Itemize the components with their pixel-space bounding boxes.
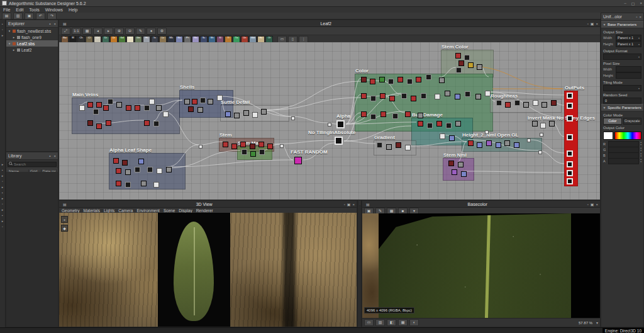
graph-node[interactable] (449, 135, 455, 141)
back-icon[interactable]: ◂ (93, 28, 103, 35)
graph-node[interactable] (166, 167, 172, 172)
graph-node[interactable] (122, 160, 128, 166)
library-list[interactable] (6, 172, 58, 327)
stepper-icon[interactable]: ▴▾ (640, 147, 641, 152)
float-icon[interactable]: ▣ (347, 203, 351, 206)
color-picker-icon[interactable]: ● (147, 28, 156, 35)
graph-node[interactable] (505, 102, 511, 108)
stepper-icon[interactable]: ▴▾ (640, 142, 641, 146)
tree-item[interactable]: ▾Leaf2.sbs (6, 40, 58, 47)
graph-node[interactable] (231, 144, 237, 149)
graph-node[interactable] (567, 170, 573, 176)
layout-icon[interactable]: ▤ (63, 22, 67, 26)
view2d-viewport[interactable]: 4096 x 4096 (RGBA, 8bpc) (362, 213, 600, 319)
graph-node[interactable] (280, 144, 284, 148)
category-icon[interactable]: ▸ (2, 220, 4, 223)
close-icon[interactable]: × (53, 22, 56, 26)
graph-node[interactable] (458, 60, 464, 66)
graph-node[interactable] (87, 120, 93, 126)
graph-node[interactable] (405, 111, 411, 117)
graph-node[interactable] (401, 93, 407, 99)
graph-node[interactable] (79, 105, 85, 111)
graph-node[interactable] (87, 102, 93, 108)
graph-node[interactable] (370, 79, 375, 84)
float-icon[interactable]: ▣ (591, 22, 594, 26)
graph-node[interactable] (416, 77, 421, 82)
dock-icon[interactable]: ▪ (2, 23, 3, 26)
graph-node[interactable] (427, 123, 433, 128)
category-icon[interactable]: ▸ (2, 174, 4, 178)
category-icon[interactable]: ▪ (2, 191, 3, 195)
graph-node[interactable] (380, 111, 386, 117)
category-icon[interactable]: ▫ (2, 180, 3, 183)
maximize-icon[interactable]: ▢ (631, 1, 635, 6)
graph-node[interactable] (514, 100, 520, 106)
close-icon[interactable]: × (596, 22, 598, 26)
graph-node[interactable] (468, 140, 474, 146)
output-format-dropdown[interactable]: ▾ (603, 54, 641, 60)
graph-node[interactable] (96, 123, 102, 129)
graph-node[interactable] (135, 167, 140, 172)
undock-icon[interactable]: ▫ (587, 203, 589, 206)
zoom-level[interactable]: 57.87 % (579, 321, 592, 325)
fit-icon[interactable]: ⤢ (61, 28, 70, 35)
graph-node[interactable] (446, 123, 452, 128)
graph-node[interactable] (461, 171, 467, 177)
graph-node[interactable] (377, 142, 382, 148)
forward-icon[interactable]: ▸ (104, 28, 113, 35)
category-icon[interactable]: ▪ (2, 169, 3, 172)
close-icon[interactable]: × (596, 203, 598, 206)
graph-node[interactable] (184, 99, 190, 104)
category-icon[interactable]: ▫ (2, 203, 3, 206)
graph-node[interactable] (527, 138, 531, 142)
color-mode-grayscale-button[interactable]: Grayscale (623, 118, 642, 125)
tools-icon[interactable]: ▸ (2, 34, 4, 37)
graph-node[interactable] (485, 91, 491, 96)
graph-node[interactable] (328, 123, 331, 127)
graph-node[interactable] (475, 94, 481, 99)
graph-node[interactable] (125, 182, 131, 188)
view-splitter[interactable]: ⋮ (357, 200, 362, 327)
graph-node[interactable] (514, 142, 519, 148)
graph-node[interactable] (294, 157, 302, 164)
graph-node[interactable] (455, 121, 461, 127)
close-icon[interactable]: × (352, 203, 355, 206)
library-search-input[interactable] (8, 162, 57, 167)
view3d-viewport[interactable]: +◆ (59, 213, 357, 327)
section-base-parameters[interactable]: ▼ Base Parameters (601, 21, 643, 28)
graph-node[interactable] (440, 133, 445, 139)
graph-node[interactable] (445, 91, 450, 96)
category-icon[interactable]: ▪ (2, 214, 3, 217)
zoom-caret-icon[interactable]: ▾ (596, 320, 598, 325)
filter-icon[interactable]: ◐ (409, 319, 419, 326)
graph-node[interactable] (523, 102, 529, 108)
pin-icon[interactable]: ▪ (49, 22, 50, 26)
graph-node[interactable] (153, 182, 159, 188)
graph-node[interactable] (106, 120, 111, 126)
graph-node[interactable] (407, 79, 413, 84)
minimize-icon[interactable]: – (624, 1, 626, 6)
graph-node[interactable] (208, 99, 213, 104)
height-dropdown[interactable]: Parent x 1▾ (616, 41, 641, 47)
view3d-menu-lights[interactable]: Lights (104, 208, 114, 213)
graph-node[interactable] (125, 169, 131, 175)
rotate-gizmo-icon[interactable]: ◆ (61, 225, 68, 232)
graph-node[interactable] (103, 105, 109, 111)
undock-icon[interactable]: ▫ (344, 203, 345, 206)
graph-node[interactable] (116, 168, 121, 174)
graph-node[interactable] (464, 55, 470, 60)
graph-node[interactable] (250, 144, 255, 149)
step-down-icon[interactable]: ▾ (640, 155, 641, 158)
graph-node[interactable] (551, 100, 557, 106)
graph-node[interactable] (336, 120, 345, 128)
histogram-icon[interactable]: ▥ (375, 319, 385, 326)
graph-node[interactable] (456, 67, 462, 73)
layout-icon[interactable]: ▤ (366, 203, 370, 206)
graph-node[interactable] (223, 142, 228, 147)
pin-icon[interactable]: ▪ (49, 154, 50, 158)
graph-node[interactable] (199, 145, 203, 149)
graph-node[interactable] (252, 112, 258, 118)
graph-node[interactable] (108, 99, 113, 104)
new-icon[interactable]: ▤ (2, 13, 11, 20)
graph-node[interactable] (144, 105, 150, 111)
